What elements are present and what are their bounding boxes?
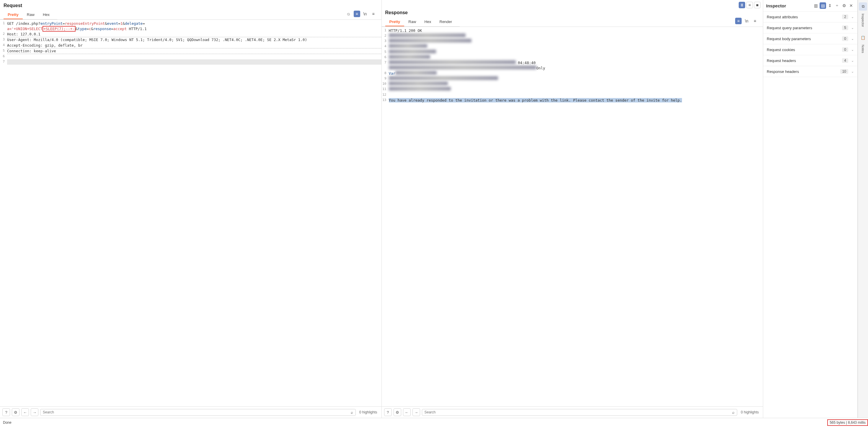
layout-vertical-icon[interactable]: ▤ — [819, 2, 826, 9]
right-rail: ⧉ Inspector 📋 Notes — [858, 0, 868, 418]
redacted-header — [395, 71, 437, 75]
chevron-down-icon: ⌄ — [851, 15, 854, 19]
gear-icon[interactable]: ⚙ — [394, 408, 401, 416]
chevron-down-icon: ⌄ — [851, 70, 854, 73]
inspector-section[interactable]: Request cookies0⌄ — [763, 44, 857, 55]
redacted-header — [389, 44, 427, 48]
chevron-down-icon: ⌄ — [851, 59, 854, 63]
newline-icon[interactable]: \n — [362, 11, 368, 17]
chevron-down-icon: ⌄ — [851, 48, 854, 52]
hide-icon[interactable]: ⦸ — [345, 11, 352, 17]
response-title: Response — [385, 10, 408, 16]
tab-raw[interactable]: Raw — [23, 11, 39, 19]
collapse-icon[interactable]: ⇕ — [827, 2, 833, 9]
redacted-header — [389, 66, 536, 69]
layout-horizontal-icon[interactable]: ▥ — [812, 2, 819, 9]
help-icon[interactable]: ? — [2, 408, 10, 416]
menu-icon[interactable]: ≡ — [752, 18, 758, 24]
search-icon[interactable]: ⌕ — [351, 410, 353, 415]
newline-icon[interactable]: \n — [743, 18, 750, 24]
pause-icon[interactable]: ⏸ — [739, 2, 745, 8]
section-label: Response headers — [767, 69, 799, 74]
response-search-input[interactable] — [425, 410, 733, 414]
redacted-header — [389, 55, 430, 59]
section-label: Request cookies — [767, 48, 795, 52]
status-bar: Done 565 bytes | 8,643 millis — [0, 418, 868, 427]
beautify-icon[interactable]: ≡ — [735, 18, 742, 24]
rail-notes-label: Notes — [861, 44, 865, 53]
forward-icon[interactable]: → — [412, 408, 420, 416]
gear-icon[interactable]: ⚙ — [841, 2, 847, 9]
stop-icon[interactable]: ■ — [754, 2, 761, 8]
redacted-header — [389, 39, 471, 42]
inspector-section[interactable]: Response headers10⌄ — [763, 66, 857, 77]
encoding-header: Accept-Encoding: gzip, deflate, br — [7, 43, 381, 49]
request-pane: Request Pretty Raw Hex ⦸ ≡ \n ≡ 1GET /in… — [0, 0, 382, 418]
section-count: 0 — [842, 36, 848, 41]
inspector-panel: Inspector ▥ ▤ ⇕ ÷ ⚙ ✕ Request attributes… — [763, 0, 858, 418]
request-footer: ? ⚙ ← → ⌕ 0 highlights — [0, 406, 381, 418]
section-count: 4 — [842, 58, 848, 63]
chevron-down-icon: ⌄ — [851, 26, 854, 30]
menu-icon[interactable]: ≡ — [370, 11, 377, 17]
back-icon[interactable]: ← — [403, 408, 411, 416]
help-icon[interactable]: ? — [384, 408, 392, 416]
response-controls: ⏸ ≡ ■ — [382, 0, 763, 10]
tab-pretty[interactable]: Pretty — [4, 11, 23, 19]
request-method-path: GET /index.php? — [7, 21, 40, 26]
tab-hex[interactable]: Hex — [39, 11, 54, 19]
status-done: Done — [3, 421, 11, 425]
section-label: Request headers — [767, 58, 796, 63]
section-count: 2 — [842, 14, 848, 19]
connection-header: Connection: keep-alive — [7, 49, 381, 54]
request-search[interactable]: ⌕ — [40, 409, 356, 416]
response-body-text: You have already responded to the invita… — [389, 98, 682, 102]
rail-inspector-label: Inspector — [861, 13, 865, 27]
inspector-section[interactable]: Request body parameters0⌄ — [763, 33, 857, 44]
notes-icon: 📋 — [861, 35, 865, 40]
redacted-header — [389, 50, 436, 54]
section-label: Request attributes — [767, 15, 798, 19]
redacted-header — [389, 87, 451, 91]
tab-hex[interactable]: Hex — [420, 18, 435, 26]
inspector-icon: ⧉ — [862, 4, 864, 9]
section-label: Request body parameters — [767, 37, 811, 41]
rail-inspector[interactable]: ⧉ — [859, 2, 867, 11]
request-search-input[interactable] — [43, 410, 351, 414]
response-editor[interactable]: 1HTTP/1.1 200 OK 2 3 4 5 6 7 04:48:40Onl… — [382, 27, 763, 406]
section-label: Request query parameters — [767, 26, 812, 30]
redacted-header — [389, 33, 466, 37]
back-icon[interactable]: ← — [21, 408, 29, 416]
response-tabs: Pretty Raw Hex Render — [382, 16, 460, 27]
response-footer: ? ⚙ ← → ⌕ 0 highlights — [382, 406, 763, 418]
sql-injection-highlight: +SLEEP(7);--+- — [42, 26, 75, 32]
chevron-down-icon: ⌄ — [851, 37, 854, 41]
bars-icon[interactable]: ≡ — [746, 2, 753, 8]
redacted-header — [389, 76, 498, 80]
host-header: Host: 127.0.0.1 — [7, 32, 381, 37]
request-editor[interactable]: 1GET /index.php?entryPoint=responseEntry… — [0, 20, 381, 406]
response-highlights-count: 0 highlights — [739, 410, 761, 414]
expand-icon[interactable]: ÷ — [834, 2, 840, 9]
search-icon[interactable]: ⌕ — [732, 410, 735, 415]
inspector-section[interactable]: Request headers4⌄ — [763, 55, 857, 66]
tab-render[interactable]: Render — [435, 18, 457, 26]
inspector-section[interactable]: Request attributes2⌄ — [763, 11, 857, 23]
gear-icon[interactable]: ⚙ — [12, 408, 20, 416]
useragent-header: User-Agent: Mozilla/4.0 (compatible; MSI… — [7, 37, 381, 42]
request-tabs: Pretty Raw Hex — [0, 8, 57, 20]
request-highlights-count: 0 highlights — [358, 410, 379, 414]
redacted-header — [389, 82, 448, 85]
section-count: 5 — [842, 25, 848, 30]
rail-notes[interactable]: 📋 — [859, 33, 867, 42]
forward-icon[interactable]: → — [31, 408, 38, 416]
beautify-icon[interactable]: ≡ — [354, 11, 360, 17]
close-icon[interactable]: ✕ — [848, 2, 855, 9]
inspector-section[interactable]: Request query parameters5⌄ — [763, 23, 857, 33]
tab-pretty[interactable]: Pretty — [385, 18, 404, 26]
inspector-title: Inspector — [766, 3, 786, 8]
response-status-line: HTTP/1.1 200 OK — [389, 28, 763, 33]
response-search[interactable]: ⌕ — [422, 409, 738, 416]
section-count: 10 — [840, 69, 848, 74]
tab-raw[interactable]: Raw — [404, 18, 420, 26]
